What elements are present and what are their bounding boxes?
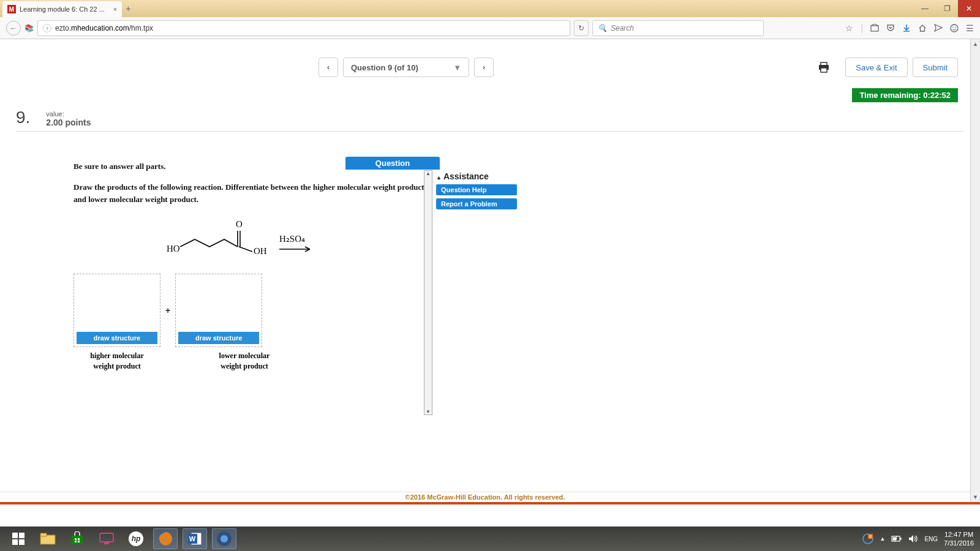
draw-box-higher[interactable]: draw structure [74, 274, 160, 347]
svg-rect-20 [75, 541, 77, 542]
new-tab-button[interactable]: + [126, 4, 130, 13]
question-number: 9. [16, 108, 30, 127]
inner-scroll-down-icon[interactable]: ▼ [426, 409, 431, 414]
scroll-up-icon[interactable]: ▲ [973, 41, 978, 47]
svg-rect-13 [12, 539, 18, 545]
timer: Time remaining: 0:22:52 [852, 88, 958, 102]
page-scrollbar[interactable]: ▲ ▼ [970, 39, 980, 502]
app-icon[interactable] [212, 528, 236, 549]
url-text: ezto.mheducation.com/hm.tpx [55, 24, 153, 32]
svg-rect-11 [12, 533, 18, 538]
battery-icon[interactable] [891, 535, 902, 542]
svg-rect-0 [871, 26, 878, 31]
store-icon[interactable] [65, 528, 89, 549]
submit-button[interactable]: Submit [913, 58, 958, 77]
value-label: value: [46, 110, 91, 118]
clock-date: 7/31/2016 [944, 539, 974, 547]
close-tab-icon[interactable]: × [113, 6, 117, 13]
label-o: O [236, 219, 243, 229]
box1-label: higher molecularweight product [74, 351, 160, 372]
assistance-header[interactable]: ▲Assistance [436, 171, 546, 181]
question-prompt: Draw the products of the following react… [74, 181, 429, 205]
home-icon[interactable] [918, 24, 927, 32]
library-icon[interactable] [870, 24, 879, 32]
search-placeholder: Search [611, 24, 634, 32]
svg-text:hp: hp [132, 534, 141, 543]
label-reagent: H₂SO₄ [279, 234, 305, 244]
maximize-button[interactable]: ❐ [936, 0, 958, 17]
menu-icon[interactable]: ☰ [966, 23, 974, 33]
page-content: ▲ ▼ ‹ Question 9 (of 10) ▼ › Save & Exit… [0, 39, 980, 504]
svg-rect-5 [821, 62, 827, 66]
question-selector-label: Question 9 (of 10) [351, 63, 418, 72]
inner-scroll-up-icon[interactable]: ▲ [426, 171, 431, 176]
svg-text:!!: !! [869, 534, 872, 539]
svg-rect-14 [19, 539, 24, 545]
question-tab[interactable]: Question [345, 157, 440, 170]
back-button[interactable]: ← [6, 21, 21, 36]
volume-icon[interactable] [908, 534, 918, 543]
svg-rect-23 [104, 542, 109, 544]
svg-point-31 [221, 535, 228, 542]
firefox-icon[interactable] [153, 528, 178, 549]
box2-label: lower molecularweight product [201, 351, 288, 372]
clock[interactable]: 12:47 PM 7/31/2016 [944, 530, 974, 548]
minimize-button[interactable]: — [914, 0, 936, 17]
scroll-down-icon[interactable]: ▼ [973, 494, 978, 500]
inner-scrollbar[interactable]: ▲ ▼ [424, 170, 432, 415]
close-window-button[interactable]: ✕ [958, 0, 980, 17]
pocket-icon[interactable] [886, 24, 895, 32]
smiley-icon[interactable] [950, 24, 959, 32]
draw-structure-button-higher[interactable]: draw structure [76, 331, 158, 345]
word-icon[interactable]: W [183, 528, 207, 549]
windows-taskbar: hp W !! ▲ ENG 12:47 PM 7/31/2016 [0, 527, 980, 551]
hp-icon[interactable]: hp [124, 528, 148, 549]
svg-rect-6 [821, 68, 827, 72]
bookmark-star-icon[interactable]: ☆ [845, 23, 853, 33]
next-question-button[interactable]: › [474, 58, 494, 77]
site-info-icon[interactable]: i [43, 24, 51, 32]
clock-time: 12:47 PM [944, 530, 974, 539]
prev-question-button[interactable]: ‹ [318, 58, 338, 77]
dropdown-icon: ▼ [453, 63, 461, 72]
save-exit-button[interactable]: Save & Exit [845, 58, 907, 77]
svg-rect-16 [40, 533, 47, 536]
collapse-icon: ▲ [436, 174, 442, 181]
question-body: Question Be sure to answer all parts. Dr… [74, 162, 429, 372]
draw-box-lower[interactable]: draw structure [175, 274, 262, 347]
file-explorer-icon[interactable] [36, 528, 60, 549]
readmode-icon[interactable]: 📚 [24, 24, 34, 32]
plus-sign: + [165, 305, 170, 315]
start-button[interactable] [6, 528, 31, 549]
molecule-diagram: HO O OH H₂SO₄ [98, 217, 429, 266]
svg-point-2 [952, 26, 954, 28]
reload-button[interactable]: ↻ [574, 20, 589, 36]
assistance-panel: ▲Assistance Question Help Report a Probl… [436, 171, 546, 209]
svg-rect-17 [72, 536, 83, 544]
window-controls: — ❐ ✕ [914, 0, 980, 17]
svg-point-1 [951, 24, 958, 32]
print-icon[interactable] [817, 61, 831, 73]
browser-tab-strip: M Learning module 6: Ch 22 ... × + — ❐ ✕ [0, 0, 980, 17]
search-bar[interactable]: 🔍 Search [592, 20, 764, 36]
question-help-button[interactable]: Question Help [436, 184, 517, 195]
copyright-text: ©2016 McGraw-Hill Education. All rights … [0, 492, 970, 502]
svg-point-3 [955, 26, 956, 28]
draw-structure-button-lower[interactable]: draw structure [178, 331, 260, 345]
svg-text:W: W [189, 535, 196, 542]
send-icon[interactable] [934, 24, 943, 32]
download-icon[interactable] [902, 24, 911, 32]
question-selector[interactable]: Question 9 (of 10) ▼ [343, 58, 469, 77]
browser-tab[interactable]: M Learning module 6: Ch 22 ... × [2, 1, 122, 17]
tray-expand-icon[interactable]: ▲ [880, 536, 885, 542]
report-problem-button[interactable]: Report a Problem [436, 198, 517, 209]
task-app-icon[interactable] [94, 528, 119, 549]
label-oh: OH [254, 246, 267, 256]
tab-title: Learning module 6: Ch 22 ... [20, 6, 105, 13]
url-bar[interactable]: i ezto.mheducation.com/hm.tpx [37, 20, 570, 36]
lang-indicator[interactable]: ENG [924, 536, 938, 542]
svg-rect-18 [75, 538, 77, 540]
tray-notification-icon[interactable]: !! [862, 533, 873, 544]
svg-rect-12 [19, 533, 24, 538]
label-ho: HO [167, 244, 180, 253]
